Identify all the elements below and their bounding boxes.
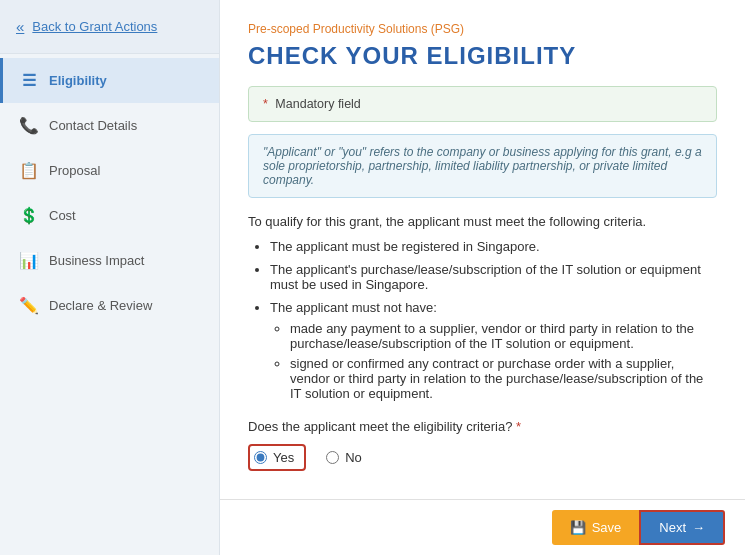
- contact-icon: 📞: [19, 116, 39, 135]
- yes-label: Yes: [273, 450, 294, 465]
- no-label: No: [345, 450, 362, 465]
- question-asterisk: *: [516, 419, 521, 434]
- criteria-text-3: The applicant must not have:: [270, 300, 437, 315]
- sidebar-item-label: Business Impact: [49, 253, 144, 268]
- page-title: CHECK YOUR ELIGIBILITY: [248, 42, 717, 70]
- sub-criteria-1: made any payment to a supplier, vendor o…: [290, 321, 694, 351]
- sidebar-item-label: Cost: [49, 208, 76, 223]
- criteria-list: The applicant must be registered in Sing…: [248, 239, 717, 401]
- sidebar-item-contact-details[interactable]: 📞 Contact Details: [0, 103, 219, 148]
- sidebar-item-business-impact[interactable]: 📊 Business Impact: [0, 238, 219, 283]
- list-item: made any payment to a supplier, vendor o…: [290, 321, 717, 351]
- footer-bar: 💾 Save Next →: [220, 499, 745, 555]
- sidebar-item-proposal[interactable]: 📋 Proposal: [0, 148, 219, 193]
- list-item: The applicant's purchase/lease/subscript…: [270, 262, 717, 292]
- declare-review-icon: ✏️: [19, 296, 39, 315]
- no-radio[interactable]: [326, 451, 339, 464]
- mandatory-text: Mandatory field: [275, 97, 360, 111]
- radio-group: Yes No: [248, 444, 717, 471]
- sub-criteria-2: signed or confirmed any contract or purc…: [290, 356, 703, 401]
- info-box: "Applicant" or "you" refers to the compa…: [248, 134, 717, 198]
- list-item: signed or confirmed any contract or purc…: [290, 356, 717, 401]
- proposal-icon: 📋: [19, 161, 39, 180]
- next-label: Next: [659, 520, 686, 535]
- sidebar-item-declare-review[interactable]: ✏️ Declare & Review: [0, 283, 219, 328]
- next-arrow-icon: →: [692, 520, 705, 535]
- sidebar-nav: ☰ Eligibility 📞 Contact Details 📋 Propos…: [0, 54, 219, 328]
- back-label: Back to Grant Actions: [32, 19, 157, 34]
- sidebar: « Back to Grant Actions ☰ Eligibility 📞 …: [0, 0, 220, 555]
- sidebar-item-label: Eligibility: [49, 73, 107, 88]
- sidebar-item-label: Contact Details: [49, 118, 137, 133]
- main-content: Pre-scoped Productivity Solutions (PSG) …: [220, 0, 745, 555]
- no-option[interactable]: No: [326, 450, 362, 465]
- mandatory-field-box: * Mandatory field: [248, 86, 717, 122]
- criteria-text-2: The applicant's purchase/lease/subscript…: [270, 262, 701, 292]
- yes-option[interactable]: Yes: [248, 444, 306, 471]
- eligibility-icon: ☰: [19, 71, 39, 90]
- grant-label: Pre-scoped Productivity Solutions (PSG): [248, 22, 717, 36]
- business-impact-icon: 📊: [19, 251, 39, 270]
- back-chevron-icon: «: [16, 18, 24, 35]
- sidebar-item-label: Proposal: [49, 163, 100, 178]
- save-icon: 💾: [570, 520, 586, 535]
- save-button[interactable]: 💾 Save: [552, 510, 640, 545]
- mandatory-asterisk: *: [263, 97, 268, 111]
- eligibility-question: Does the applicant meet the eligibility …: [248, 419, 717, 434]
- list-item: The applicant must be registered in Sing…: [270, 239, 717, 254]
- cost-icon: 💲: [19, 206, 39, 225]
- sidebar-item-eligibility[interactable]: ☰ Eligibility: [0, 58, 219, 103]
- sub-criteria-list: made any payment to a supplier, vendor o…: [270, 321, 717, 401]
- list-item: The applicant must not have: made any pa…: [270, 300, 717, 401]
- criteria-intro: To qualify for this grant, the applicant…: [248, 214, 717, 229]
- criteria-text-1: The applicant must be registered in Sing…: [270, 239, 540, 254]
- next-button[interactable]: Next →: [639, 510, 725, 545]
- save-label: Save: [592, 520, 622, 535]
- question-text: Does the applicant meet the eligibility …: [248, 419, 512, 434]
- sidebar-item-cost[interactable]: 💲 Cost: [0, 193, 219, 238]
- info-text: "Applicant" or "you" refers to the compa…: [263, 145, 702, 187]
- back-to-grant-actions[interactable]: « Back to Grant Actions: [0, 0, 219, 54]
- sidebar-item-label: Declare & Review: [49, 298, 152, 313]
- yes-radio[interactable]: [254, 451, 267, 464]
